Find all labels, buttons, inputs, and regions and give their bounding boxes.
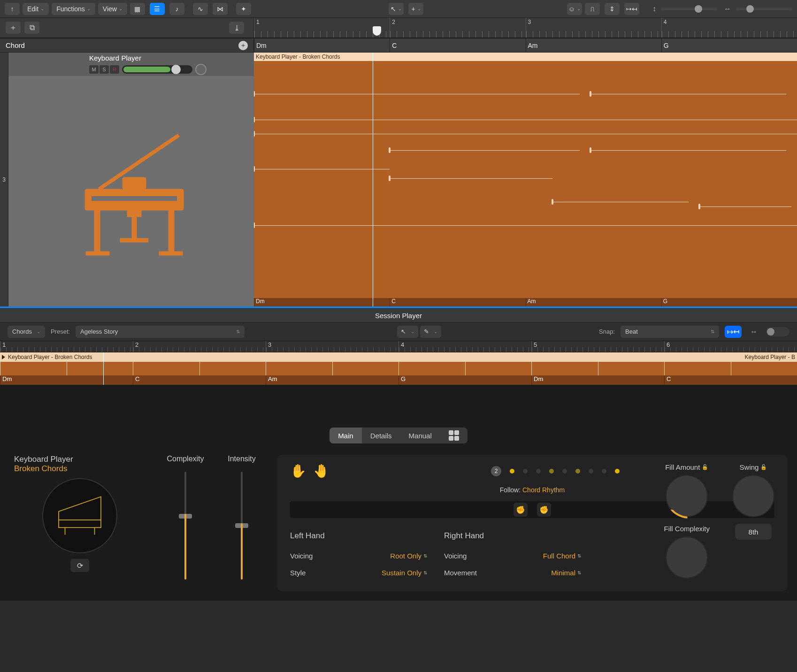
grid-icon[interactable]: ▦ [130,3,145,15]
tab-details[interactable]: Details [362,428,400,443]
instrument-icon [0,76,254,306]
vertical-zoom-slider[interactable] [661,8,717,10]
catch-playhead-button[interactable]: ⤓ [229,22,244,34]
msr-buttons: M S R [89,65,119,74]
alt-tool[interactable]: +⌄ [408,3,423,15]
list-icon[interactable]: ☰ [150,3,165,15]
fill-amount-label: Fill Amount [665,463,700,471]
link-icon: ↔ [750,328,758,336]
intensity-slider-block: Intensity [221,455,263,580]
playhead-handle[interactable] [373,26,381,36]
automation-icon[interactable]: ∿ [193,3,208,15]
track-header[interactable]: Keyboard Player M S R [0,53,254,76]
volume-slider[interactable] [122,65,192,74]
fill-amount-knob[interactable] [666,475,708,517]
left-hand-icon[interactable]: ✋ [290,463,307,479]
mute-button[interactable]: M [89,65,99,74]
track-header-column: 3 Keyboard Player M S R [0,53,254,306]
solo-button[interactable]: S [100,65,109,74]
left-style-select[interactable]: Sustain Only⇅ [382,569,427,577]
chord-track[interactable]: Dm C Am G [254,38,797,52]
right-movement-select[interactable]: Minimal⇅ [551,569,581,577]
edit-menu[interactable]: Edit⌄ [23,3,49,15]
updown-icon: ⇅ [236,329,240,334]
flex-icon[interactable]: ✦ [236,3,251,15]
region-footer-chord: C [390,298,525,306]
chord-cell[interactable]: C [390,38,525,52]
preset-select[interactable]: Ageless Story⇅ [76,326,245,338]
right-hand-icon[interactable]: 🤚 [313,463,330,479]
bar-label: 2 [392,19,395,25]
session-player-title: Session Player [0,308,797,322]
functions-menu[interactable]: Functions⌄ [52,3,95,15]
intensity-label: Intensity [221,455,263,463]
tab-grid[interactable] [440,428,467,443]
pointer-tool[interactable]: ↖⌄ [389,3,404,15]
player-type-label: Keyboard Player [9,455,150,464]
region-chord-footer: Dm C Am G [254,298,797,306]
snap-select[interactable]: Beat⇅ [621,326,719,338]
bar-label: 4 [664,19,667,25]
session-ruler[interactable]: 1 2 3 4 5 6 [0,341,797,352]
smile-menu[interactable]: ☺⌄ [567,3,582,15]
regenerate-button[interactable]: ⟳ [70,559,89,572]
loop-icon[interactable]: ⋈ [213,3,228,15]
up-arrow-button[interactable]: ↑ [5,3,20,15]
lock-icon[interactable]: 🔓 [702,464,708,470]
view-menu[interactable]: View⌄ [98,3,127,15]
tab-main[interactable]: Main [330,428,362,443]
zoom-controls: ↕ ↔ [652,5,792,13]
duplicate-button[interactable]: ⧉ [24,22,39,34]
region-body[interactable] [254,61,797,298]
right-movement-label: Movement [444,569,477,577]
chords-menu[interactable]: Chords⌄ [8,326,45,338]
add-chord-button[interactable]: ＋ [238,41,248,50]
left-hand-toggle[interactable]: ✊ [513,503,528,517]
right-hand-column: Right Hand Voicing Full Chord⇅ Movement … [444,531,581,581]
swing-knob[interactable] [732,475,774,517]
chord-cell[interactable]: Am [526,38,661,52]
session-region[interactable]: Keyboard Player - Broken Chords Keyboard… [0,352,797,385]
snap-label: Snap: [599,328,615,335]
swing-division-select[interactable]: 8th [735,524,772,540]
waveform-icon[interactable]: ⎍ [585,3,600,15]
chord-cell[interactable]: G [661,38,797,52]
track-name: Keyboard Player [89,54,249,62]
left-hand-column: Left Hand Voicing Root Only⇅ Style Susta… [290,531,427,581]
session-player-panel: Main Details Manual Keyboard Player Brok… [0,385,797,601]
session-chord: C [664,375,797,385]
region-footer-chord: Am [526,298,661,306]
link-toggle[interactable] [766,327,789,336]
intensity-slider[interactable] [241,472,243,580]
instrument-preview[interactable] [42,478,117,553]
svg-rect-11 [59,520,101,527]
complexity-slider[interactable] [184,472,186,580]
session-pencil-tool[interactable]: ✎⌄ [420,326,441,338]
step-number: 2 [491,466,501,476]
pan-knob[interactable] [195,64,207,75]
record-button[interactable]: R [110,65,119,74]
horizontal-zoom-slider[interactable] [736,8,792,10]
chord-row: Chord ＋ Dm C Am G [0,38,797,53]
follow-value[interactable]: Chord Rhythm [522,486,565,494]
vert-zoom-icon[interactable]: ⇕ [605,3,620,15]
tab-manual[interactable]: Manual [400,428,440,443]
svg-rect-8 [120,238,148,242]
right-voicing-select[interactable]: Full Chord⇅ [543,552,581,560]
add-track-button[interactable]: ＋ [6,22,21,34]
grid-icon [449,430,459,441]
left-voicing-select[interactable]: Root Only⇅ [390,552,427,560]
right-hand-toggle[interactable]: ✊ [537,503,551,517]
region-footer-chord: Dm [254,298,390,306]
lock-icon[interactable]: 🔓 [760,464,767,470]
chord-cell[interactable]: Dm [254,38,390,52]
snap-fit-button[interactable]: ↦↤ [725,326,742,338]
session-playhead [103,352,104,385]
fit-icon[interactable]: ↦↤ [624,3,639,15]
session-pointer-tool[interactable]: ↖⌄ [397,326,418,338]
region-area[interactable]: Keyboard Player - Broken Chords Dm C Am … [254,53,797,306]
score-icon[interactable]: ♪ [169,3,184,15]
bar-ruler[interactable]: 1 2 3 4 [254,18,797,38]
play-icon [2,355,5,359]
fill-complexity-knob[interactable] [666,536,708,579]
